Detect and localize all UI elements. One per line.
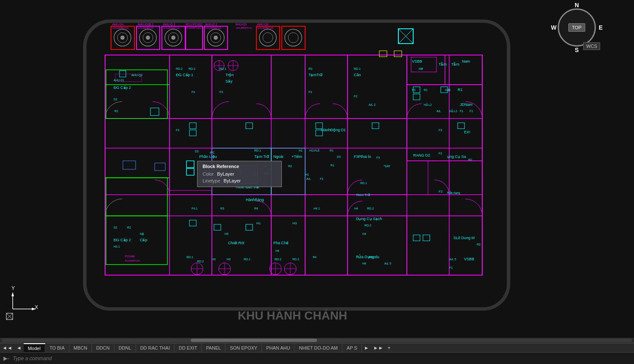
svg-text:RD.2: RD.2 [364, 224, 371, 227]
svg-text:RD.1: RD.1 [220, 67, 226, 70]
tab-panel[interactable]: PANEL [202, 343, 225, 353]
svg-text:R4: R4 [254, 207, 258, 210]
svg-text:Nộ: Nộ [140, 232, 144, 236]
svg-text:S2: S2 [114, 98, 117, 101]
svg-text:HànhĐộng D1: HànhĐộng D1 [321, 128, 346, 132]
svg-text:H3.1: H3.1 [114, 245, 120, 248]
svg-text:F3: F3 [376, 156, 380, 159]
svg-text:KHU-Q1: KHU-Q1 [236, 23, 247, 26]
svg-text:Hủ L2: Hủ L2 [449, 109, 457, 113]
tab-ddnl[interactable]: DDNL [114, 343, 136, 353]
svg-text:HànhBàng: HànhBàng [246, 198, 264, 202]
svg-rect-0 [0, 0, 634, 339]
tab-model[interactable]: Model [24, 343, 45, 353]
wcs-button[interactable]: WCS [583, 42, 600, 50]
tab-dd-exit[interactable]: DD EXIT [175, 343, 202, 353]
svg-text:H4: H4 [362, 262, 366, 265]
tab-ap-s[interactable]: AP S [342, 343, 362, 353]
svg-text:H1: H1 [299, 149, 303, 152]
svg-text:50,000BTU/h: 50,000BTU/h [125, 259, 140, 262]
tab-first-button[interactable]: ◄◄ [0, 343, 14, 353]
tab-nhiet-do[interactable]: NHIET DO-DO AM [295, 343, 342, 353]
compass-west: W [551, 24, 556, 31]
svg-text:AHU-Q4: AHU-Q4 [257, 23, 269, 26]
tab-prev-button[interactable]: ◄ [14, 343, 24, 353]
svg-text:DV: DV [337, 155, 341, 158]
horizontal-scrollbar[interactable] [0, 338, 634, 343]
svg-text:F2: F2 [439, 190, 443, 193]
svg-text:R3: R3 [309, 67, 312, 70]
tab-next-button[interactable]: ► [362, 343, 371, 353]
svg-text:A/L 5: A/L 5 [384, 262, 391, 265]
svg-point-51 [146, 36, 150, 40]
svg-text:100,000BTU/h: 100,000BTU/h [205, 27, 222, 29]
svg-text:F3: F3 [309, 91, 312, 94]
svg-text:Tắm: Tắm [439, 62, 447, 66]
svg-text:125,000BTU/h: 125,000BTU/h [236, 27, 252, 29]
tab-dd-rac-thai[interactable]: DD RAC THAI [136, 343, 175, 353]
svg-text:RD.2: RD.2 [197, 260, 204, 263]
svg-text:Ngoài: Ngoài [273, 154, 284, 159]
svg-text:100,000BTU/h: 100,000BTU/h [112, 27, 129, 29]
tab-new-button[interactable]: + [385, 343, 392, 353]
scrollbar-track[interactable] [2, 339, 632, 342]
svg-text:R2: R2 [468, 158, 472, 161]
svg-text:R1: R1 [331, 164, 334, 167]
svg-text:Dụng Cụ Sạch: Dụng Cụ Sạch [356, 217, 382, 221]
command-prompt-icon: ▶- [3, 355, 9, 361]
svg-text:Chiết Rót: Chiết Rót [228, 241, 245, 245]
svg-text:JDNam: JDNam [460, 102, 473, 107]
svg-text:Sấy: Sấy [225, 79, 233, 83]
prop-linetype-label: Linetype [203, 178, 220, 183]
svg-text:Nữ: Nữ [419, 67, 423, 70]
svg-text:R1: R1 [330, 149, 334, 152]
cad-viewport[interactable]: Y X KHU HÀNH CHÁNH AHU-01 AHU-Q2 ĐG Cấp … [0, 0, 634, 339]
svg-text:F1: F1 [470, 110, 473, 113]
svg-text:RD.1: RD.1 [354, 67, 361, 70]
tab-bar: ◄◄ ◄ Model TO BIA MBCN DDCN DDNL DD RAC … [0, 343, 634, 352]
svg-text:Pha Chế: Pha Chế [273, 241, 289, 245]
tab-phan-ahu[interactable]: PHAN AHU [262, 343, 295, 353]
command-input[interactable] [13, 356, 631, 361]
svg-text:F4.1: F4.1 [192, 207, 197, 210]
tab-son-epoxy[interactable]: SON EPOXY [225, 343, 262, 353]
svg-text:F3: F3 [176, 129, 179, 132]
svg-text:EX!: EX! [464, 130, 470, 134]
compass-top-button[interactable]: TOP [568, 23, 585, 32]
svg-text:RD.2: RD.2 [176, 67, 183, 70]
svg-text:Tạm Trữ: Tạm Trữ [254, 154, 270, 159]
panel-title: Block Reference [203, 164, 276, 169]
svg-text:RD.2: RD.2 [292, 258, 299, 261]
svg-text:RD.1: RD.1 [186, 256, 193, 259]
svg-text:H1V/LE: H1V/LE [309, 149, 320, 152]
svg-text:F1: F1 [460, 110, 463, 113]
scrollbar-thumb[interactable] [191, 339, 317, 342]
svg-text:H3: H3 [212, 258, 216, 261]
cad-drawing: Y X KHU HÀNH CHÁNH AHU-01 AHU-Q2 ĐG Cấp … [0, 0, 634, 339]
svg-text:F2: F2 [439, 152, 442, 155]
svg-text:+Tiêm: +Tiêm [292, 154, 302, 159]
svg-text:R1: R1 [424, 88, 428, 91]
tab-mbcn[interactable]: MBCN [70, 343, 92, 353]
svg-text:A/L 2: A/L 2 [369, 103, 375, 106]
svg-text:KHU HÀNH CHÁNH: KHU HÀNH CHÁNH [238, 309, 347, 322]
tab-ddcn[interactable]: DDCN [92, 343, 114, 353]
svg-text:F0: F0 [412, 88, 415, 91]
svg-text:H4: H4 [275, 249, 279, 252]
svg-text:AHU-Q2: AHU-Q2 [131, 74, 143, 77]
svg-point-60 [214, 36, 218, 40]
tab-last-button[interactable]: ►► [371, 343, 386, 353]
svg-text:A/L: A/L [306, 177, 311, 180]
svg-text:A/L 5: A/L 5 [449, 258, 456, 261]
svg-text:RD.1: RD.1 [244, 258, 250, 261]
svg-text:AHU-KSB.1: AHU-KSB.1 [138, 23, 153, 26]
svg-text:AHU-Q4: AHU-Q4 [112, 23, 124, 26]
tab-to-bia[interactable]: TO BIA [45, 343, 70, 353]
svg-text:100,000BTU/h: 100,000BTU/h [257, 27, 274, 29]
svg-text:Tắm: Tắm [451, 62, 459, 66]
prop-linetype-value: ByLayer [224, 178, 241, 183]
svg-text:F1: F1 [449, 266, 453, 269]
svg-text:H4.1: H4.1 [314, 207, 320, 210]
compass-north: N [575, 2, 579, 8]
svg-text:R2: R2 [127, 226, 131, 229]
